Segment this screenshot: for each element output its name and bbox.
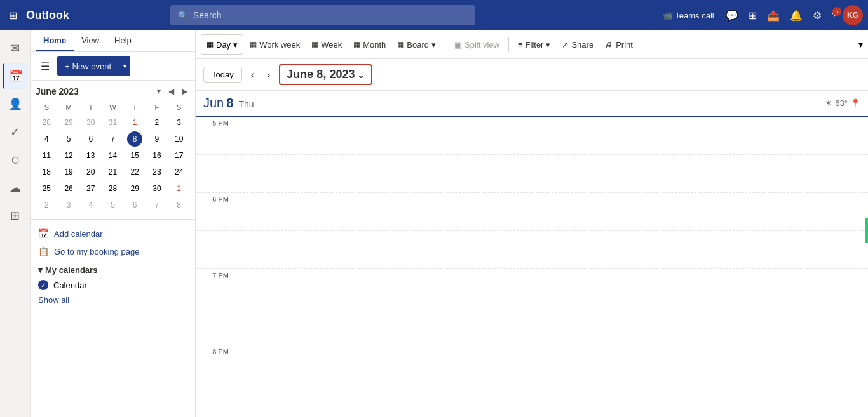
mini-cal-day[interactable]: 2 — [39, 197, 54, 213]
day-view-button[interactable]: ▦ Day ▾ — [201, 34, 243, 55]
time-slot-6pm[interactable]: 6 PM — [196, 193, 868, 231]
prev-day-button[interactable]: ‹ — [247, 67, 258, 83]
mini-cal-next[interactable]: ▶ — [179, 86, 190, 97]
sidebar-item-tasks[interactable]: ✓ — [3, 119, 28, 145]
avatar[interactable]: KG — [843, 5, 863, 25]
tab-home[interactable]: Home — [36, 30, 74, 51]
teams-call-button[interactable]: 📹 Teams call — [657, 8, 719, 23]
mini-cal-day[interactable]: 8 — [172, 197, 187, 213]
mini-cal-day-today[interactable]: 8 — [127, 131, 142, 147]
sidebar-item-onedrive[interactable]: ☁ — [3, 175, 28, 201]
share-button[interactable]: ↗ Share — [557, 34, 599, 55]
add-calendar-link[interactable]: 📅 Add calendar — [38, 225, 187, 242]
mini-cal-day[interactable]: 1 — [172, 181, 187, 196]
mini-cal-day[interactable]: 5 — [61, 131, 76, 147]
mini-cal-day[interactable]: 26 — [61, 181, 76, 196]
toolbar-separator-1 — [445, 37, 445, 52]
hamburger-button[interactable]: ☰ — [36, 58, 55, 75]
month-button[interactable]: ▦ Month — [348, 34, 391, 55]
split-view-button[interactable]: ▣ Split view — [449, 34, 505, 55]
time-slot-830pm[interactable] — [196, 383, 868, 417]
mini-cal-day[interactable]: 10 — [172, 131, 187, 147]
time-slot-730pm[interactable] — [196, 307, 868, 345]
mini-cal-day[interactable]: 21 — [105, 164, 120, 180]
mini-cal-prev[interactable]: ◀ — [166, 86, 177, 97]
tab-help[interactable]: Help — [107, 30, 139, 51]
calendar-checkbox[interactable]: ✓ — [38, 280, 48, 290]
main-container: ✉ 📅 👤 ✓ ⬡ ☁ ⊞ Home View Help ☰ + New eve… — [0, 30, 868, 417]
mini-cal-day[interactable]: 9 — [149, 131, 165, 147]
mini-cal-day[interactable]: 24 — [172, 164, 187, 180]
mini-cal-day[interactable]: 18 — [39, 164, 54, 180]
send-icon[interactable]: 📤 — [763, 7, 783, 24]
mini-cal-day[interactable]: 23 — [149, 164, 165, 180]
mini-cal-day[interactable]: 1 — [127, 115, 142, 130]
mini-cal-day[interactable]: 6 — [127, 197, 142, 213]
filter-button[interactable]: ≡ Filter ▾ — [513, 34, 555, 55]
tab-view[interactable]: View — [74, 30, 107, 51]
today-button[interactable]: Today — [203, 67, 242, 83]
mini-cal-day[interactable]: 14 — [105, 148, 120, 163]
mini-cal-collapse[interactable]: ▾ — [154, 86, 163, 97]
time-slot-630pm[interactable] — [196, 231, 868, 269]
mini-cal-day[interactable]: 30 — [149, 181, 165, 196]
print-button[interactable]: 🖨 Print — [600, 34, 638, 55]
mini-cal-day[interactable]: 28 — [105, 181, 120, 196]
mini-cal-day[interactable]: 29 — [61, 115, 76, 130]
time-slot-530pm[interactable] — [196, 155, 868, 193]
board-button[interactable]: ▦ Board ▾ — [392, 34, 441, 55]
booking-page-link[interactable]: 📋 Go to my booking page — [38, 242, 187, 260]
mini-cal-day[interactable]: 12 — [61, 148, 76, 163]
view-icon[interactable]: ⊞ — [745, 7, 761, 24]
mini-cal-day[interactable]: 28 — [39, 115, 54, 130]
mini-cal-day[interactable]: 5 — [105, 197, 120, 213]
time-slot-8pm[interactable]: 8 PM — [196, 345, 868, 383]
mini-cal-day[interactable]: 7 — [149, 197, 165, 213]
mini-cal-day[interactable]: 27 — [83, 181, 98, 196]
sidebar-item-teams[interactable]: ⬡ — [3, 147, 28, 173]
mini-cal-day[interactable]: 19 — [61, 164, 76, 180]
day-view: Jun 8 Thu ☀ 63° 📍 5 PM — [196, 91, 868, 417]
sidebar-item-mail[interactable]: ✉ — [3, 36, 28, 61]
calendar-item[interactable]: ✓ Calendar — [38, 277, 187, 293]
settings-icon[interactable]: ⚙ — [809, 7, 825, 24]
show-all-link[interactable]: Show all — [38, 293, 187, 307]
mini-cal-day[interactable]: 31 — [105, 115, 120, 130]
bell-icon[interactable]: 🔔 — [786, 7, 806, 24]
mini-cal-day[interactable]: 3 — [61, 197, 76, 213]
mini-cal-day[interactable]: 25 — [39, 181, 54, 196]
new-event-button[interactable]: + New event ▾ — [57, 56, 130, 76]
mini-cal-day[interactable]: 2 — [149, 115, 165, 130]
mini-cal-day[interactable]: 30 — [83, 115, 98, 130]
mini-cal-day[interactable]: 22 — [127, 164, 142, 180]
next-day-button[interactable]: › — [263, 67, 274, 83]
work-week-button[interactable]: ▦ Work week — [245, 34, 305, 55]
mini-cal-day[interactable]: 15 — [127, 148, 142, 163]
search-bar[interactable]: 🔍 — [170, 5, 475, 25]
sidebar-item-calendar[interactable]: 📅 — [3, 63, 28, 89]
mini-cal-day[interactable]: 29 — [127, 181, 142, 196]
mini-cal-day[interactable]: 13 — [83, 148, 98, 163]
waffle-icon[interactable]: ⊞ — [5, 7, 21, 24]
mini-cal-day[interactable]: 4 — [83, 197, 98, 213]
mini-cal-day[interactable]: 20 — [83, 164, 98, 180]
week-button[interactable]: ▦ Week — [306, 34, 347, 55]
sidebar-item-apps[interactable]: ⊞ — [3, 203, 28, 228]
mini-cal-day[interactable]: 11 — [39, 148, 54, 163]
time-content — [234, 345, 868, 383]
mini-cal-day[interactable]: 6 — [83, 131, 98, 147]
new-event-dropdown-arrow[interactable]: ▾ — [119, 56, 130, 76]
mini-cal-day[interactable]: 3 — [172, 115, 187, 130]
search-input[interactable] — [193, 10, 468, 20]
time-slot-5pm[interactable]: 5 PM — [196, 117, 868, 155]
expand-ribbon-button[interactable]: ▾ — [858, 39, 863, 50]
mini-cal-day[interactable]: 7 — [105, 131, 120, 147]
current-date-button[interactable]: June 8, 2023 ⌄ — [279, 64, 372, 85]
sidebar-item-people[interactable]: 👤 — [3, 91, 28, 117]
time-slot-7pm[interactable]: 7 PM — [196, 269, 868, 307]
my-calendars-section[interactable]: ▾ My calendars — [38, 260, 187, 277]
mini-cal-day[interactable]: 16 — [149, 148, 165, 163]
chat-icon[interactable]: 💬 — [722, 7, 742, 24]
mini-cal-day[interactable]: 17 — [172, 148, 187, 163]
mini-cal-day[interactable]: 4 — [39, 131, 54, 147]
